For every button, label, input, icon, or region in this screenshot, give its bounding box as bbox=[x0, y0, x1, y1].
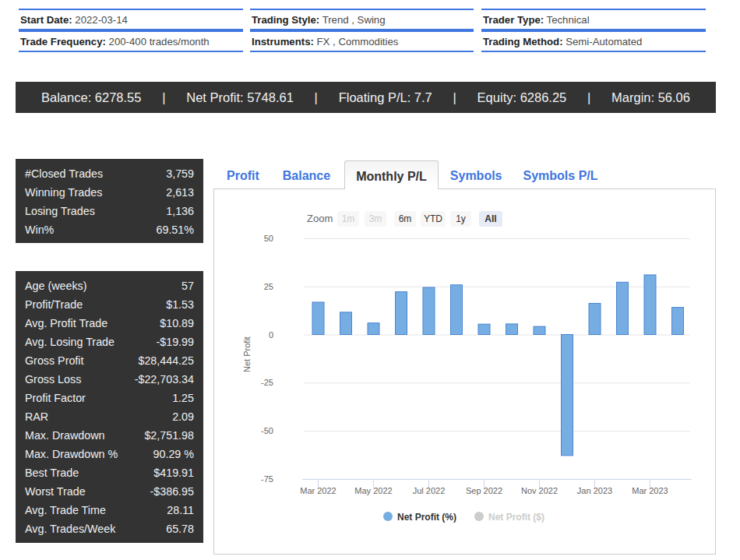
svg-text:Net Profit (%): Net Profit (%) bbox=[397, 512, 456, 523]
svg-text:YTD: YTD bbox=[424, 213, 442, 224]
svg-text:All: All bbox=[485, 213, 496, 224]
svg-text:-50: -50 bbox=[261, 426, 273, 435]
svg-text:3m: 3m bbox=[369, 213, 382, 224]
svg-text:1m: 1m bbox=[342, 213, 355, 224]
svg-text:May 2022: May 2022 bbox=[354, 486, 392, 495]
svg-text:-75: -75 bbox=[261, 474, 273, 484]
svg-text:Net Profit ($): Net Profit ($) bbox=[488, 512, 544, 523]
svg-text:Net Profit: Net Profit bbox=[242, 336, 252, 372]
svg-text:Mar 2023: Mar 2023 bbox=[632, 486, 668, 495]
svg-text:6m: 6m bbox=[399, 213, 412, 224]
svg-text:50: 50 bbox=[264, 234, 273, 243]
svg-text:Zoom: Zoom bbox=[307, 213, 333, 224]
svg-text:Nov 2022: Nov 2022 bbox=[521, 486, 558, 495]
svg-text:Mar 2022: Mar 2022 bbox=[300, 486, 336, 495]
svg-text:Jan 2023: Jan 2023 bbox=[577, 486, 612, 495]
svg-text:Sep 2022: Sep 2022 bbox=[466, 486, 502, 495]
svg-text:0: 0 bbox=[269, 330, 273, 340]
svg-text:1y: 1y bbox=[456, 213, 466, 224]
svg-text:Jul 2022: Jul 2022 bbox=[413, 486, 446, 495]
svg-text:25: 25 bbox=[264, 282, 273, 291]
svg-text:-25: -25 bbox=[261, 378, 273, 387]
